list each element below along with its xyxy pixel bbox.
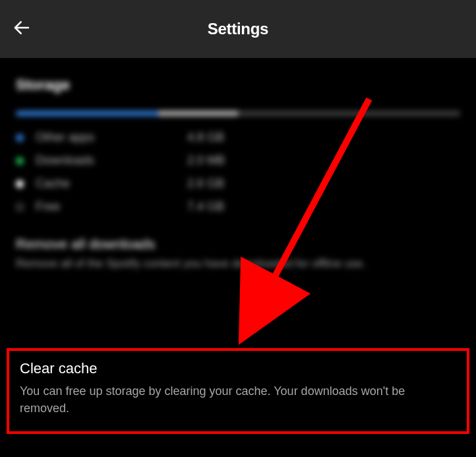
dot-outline-icon <box>16 203 24 211</box>
remove-all-downloads-title: Remove all downloads <box>16 236 460 252</box>
legend-value: 2.6 GB <box>187 177 224 191</box>
storage-legend: Other apps 4.8 GB Downloads 2.0 MB Cache… <box>16 131 460 214</box>
remove-all-downloads-item[interactable]: Remove all downloads Remove all of the S… <box>16 236 460 272</box>
legend-row-other-apps: Other apps 4.8 GB <box>16 131 460 144</box>
dot-blue-icon <box>16 134 24 142</box>
legend-label: Free <box>36 200 187 214</box>
legend-label: Cache <box>36 177 187 191</box>
arrow-left-icon <box>12 18 32 38</box>
legend-label: Other apps <box>36 131 187 144</box>
clear-cache-desc: You can free up storage by clearing your… <box>20 382 456 417</box>
dot-white-icon <box>16 180 24 188</box>
page-title: Settings <box>0 20 476 38</box>
remove-all-downloads-desc: Remove all of the Spotify content you ha… <box>16 256 460 272</box>
storage-section-title: Storage <box>16 76 460 94</box>
legend-value: 2.0 MB <box>187 154 225 168</box>
legend-row-free: Free 7.4 GB <box>16 200 460 214</box>
storage-bar-free <box>238 111 460 116</box>
legend-row-cache: Cache 2.6 GB <box>16 177 460 191</box>
clear-cache-title: Clear cache <box>20 360 456 377</box>
settings-header: Settings <box>0 0 476 58</box>
legend-value: 4.8 GB <box>187 131 224 144</box>
dot-green-icon <box>16 157 24 165</box>
back-button[interactable] <box>12 18 32 40</box>
storage-bar-cache <box>158 111 238 116</box>
storage-bar-other-apps <box>16 111 158 116</box>
legend-row-downloads: Downloads 2.0 MB <box>16 154 460 168</box>
blurred-background-section: Storage Other apps 4.8 GB Downloads 2.0 … <box>16 76 460 272</box>
legend-value: 7.4 GB <box>187 200 224 214</box>
legend-label: Downloads <box>36 154 187 168</box>
storage-bar <box>16 111 460 116</box>
clear-cache-item[interactable]: Clear cache You can free up storage by c… <box>7 348 469 434</box>
